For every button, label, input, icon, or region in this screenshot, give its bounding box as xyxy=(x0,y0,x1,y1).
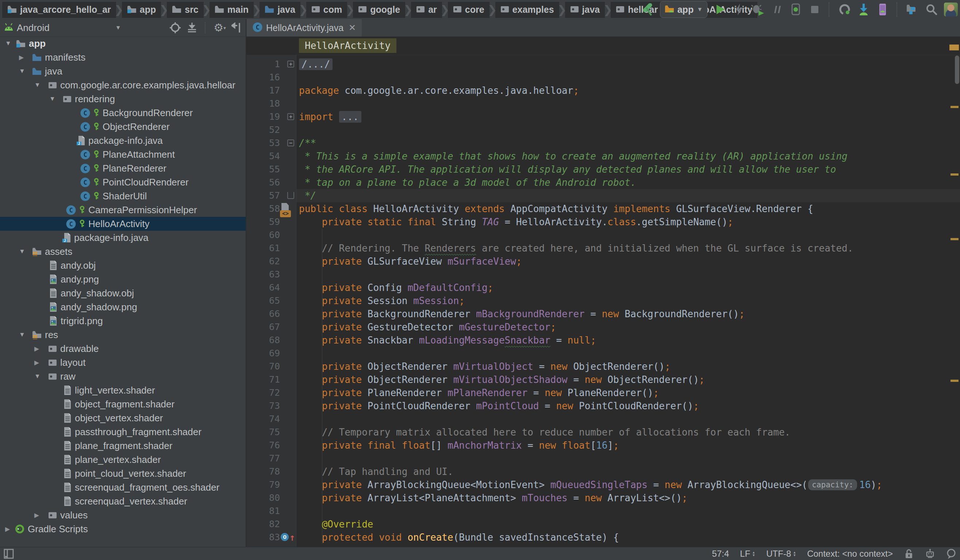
breadcrumb-item-main[interactable]: main xyxy=(210,2,254,18)
code-line-68[interactable]: 68 private Snackbar mLoadingMessageSnack… xyxy=(246,334,960,347)
code-line-77[interactable]: 77 xyxy=(246,452,960,465)
search-everywhere-icon[interactable] xyxy=(925,3,938,16)
code-line-59[interactable]: 59 private static final String TAG = Hel… xyxy=(246,215,960,229)
line-number[interactable]: 57 xyxy=(246,189,280,202)
error-stripe-summary[interactable] xyxy=(949,45,959,50)
code-line-57[interactable]: 57 */ xyxy=(246,189,960,202)
tree-item-andy-obj[interactable]: andy.obj xyxy=(0,258,246,272)
code-line-71[interactable]: 71 private ObjectRenderer mVirtualObject… xyxy=(246,373,960,386)
line-number[interactable]: 72 xyxy=(246,386,280,399)
fold-end-icon[interactable] xyxy=(287,192,294,199)
tree-item-assets[interactable]: ▼assets xyxy=(0,245,246,258)
code-line-63[interactable]: 63 xyxy=(246,268,960,281)
tree-item-res[interactable]: ▼res xyxy=(0,328,246,342)
tree-item-plane-vertex-shader[interactable]: plane_vertex.shader xyxy=(0,453,246,467)
code-line-83[interactable]: 83o↑ protected void onCreate(Bundle save… xyxy=(246,531,960,544)
chevron-collapsed-icon[interactable]: ▶ xyxy=(19,50,24,64)
code-line-73[interactable]: 73 private PointCloudRenderer mPointClou… xyxy=(246,399,960,413)
breadcrumb-item-java[interactable]: java xyxy=(259,2,301,18)
tree-item-point-cloud-vertex-shader[interactable]: point_cloud_vertex.shader xyxy=(0,467,246,480)
make-project-icon[interactable] xyxy=(641,3,654,16)
chevron-collapsed-icon[interactable]: ▶ xyxy=(34,342,39,355)
tree-item-screenquad-fragment-oes-shader[interactable]: screenquad_fragment_oes.shader xyxy=(0,480,246,494)
line-number[interactable]: 78 xyxy=(246,465,280,478)
chevron-expanded-icon[interactable]: ▼ xyxy=(5,37,11,50)
code-line-81[interactable]: 81 xyxy=(246,504,960,518)
line-number[interactable]: 65 xyxy=(246,294,280,307)
line-number[interactable]: 77 xyxy=(246,452,280,465)
line-number[interactable]: 53 xyxy=(246,136,280,150)
tree-item-backgroundrenderer[interactable]: CBackgroundRenderer xyxy=(0,106,246,120)
debug-button[interactable] xyxy=(751,3,764,16)
tree-item-values[interactable]: ▶values xyxy=(0,508,246,522)
code-line-75[interactable]: 75 // Temporary matrix allocated here to… xyxy=(246,426,960,439)
apply-changes-icon[interactable] xyxy=(732,3,746,16)
warning-stripe-mark[interactable] xyxy=(950,238,958,240)
caret-position[interactable]: 57:4 xyxy=(712,549,729,559)
warning-stripe-mark[interactable] xyxy=(950,173,958,176)
profile-button[interactable] xyxy=(770,3,783,16)
warning-stripe-mark[interactable] xyxy=(950,106,958,108)
tree-item-layout[interactable]: ▶layout xyxy=(0,355,246,370)
line-number[interactable]: 69 xyxy=(246,347,280,360)
editor-tab[interactable]: C HelloArActivity.java ✕ xyxy=(247,19,362,37)
related-file-icon[interactable] xyxy=(282,203,289,211)
line-number[interactable]: 83 xyxy=(246,531,280,544)
line-number[interactable]: 61 xyxy=(246,242,280,255)
line-number[interactable]: 70 xyxy=(246,360,280,373)
run-configuration-select[interactable]: app ▼ xyxy=(660,1,707,18)
code-line-52[interactable]: 52 xyxy=(246,123,960,136)
line-number[interactable]: 66 xyxy=(246,307,280,320)
chevron-expanded-icon[interactable]: ▼ xyxy=(34,370,40,383)
code-line-70[interactable]: 70 private ObjectRenderer mVirtualObject… xyxy=(246,360,960,373)
android-profiler-icon[interactable] xyxy=(838,3,851,16)
editor-scrollbar[interactable] xyxy=(955,56,959,84)
user-avatar[interactable] xyxy=(944,3,958,16)
locate-file-icon[interactable] xyxy=(170,22,181,33)
fold-expand-icon[interactable]: + xyxy=(287,61,294,67)
tree-item-app[interactable]: ▼app xyxy=(0,37,246,50)
breadcrumb-item-src[interactable]: src xyxy=(167,2,204,18)
attach-debugger-icon[interactable] xyxy=(789,3,802,16)
tool-window-toggle-icon[interactable] xyxy=(4,549,14,559)
code-line-64[interactable]: 64 private Config mDefaultConfig; xyxy=(246,281,960,294)
line-number[interactable]: 75 xyxy=(246,426,280,439)
code-line-80[interactable]: 80 private ArrayList<PlaneAttachment> mT… xyxy=(246,491,960,504)
line-number[interactable]: 58 xyxy=(246,202,280,215)
tree-item-andy-shadow-obj[interactable]: andy_shadow.obj xyxy=(0,286,246,300)
code-line-66[interactable]: 66 private BackgroundRenderer mBackgroun… xyxy=(246,307,960,320)
line-number[interactable]: 64 xyxy=(246,281,280,294)
tree-item-light-vertex-shader[interactable]: light_vertex.shader xyxy=(0,383,246,397)
line-number[interactable]: 71 xyxy=(246,373,280,386)
tree-item-andy-shadow-png[interactable]: andy_shadow.png xyxy=(0,300,246,314)
fold-expand-icon[interactable]: + xyxy=(287,113,294,120)
tree-item-trigrid-png[interactable]: trigrid.png xyxy=(0,314,246,328)
line-number[interactable]: 74 xyxy=(246,413,280,426)
line-number[interactable]: 56 xyxy=(246,176,280,189)
collapse-all-icon[interactable] xyxy=(187,22,197,33)
line-number[interactable]: 80 xyxy=(246,491,280,504)
line-number[interactable]: 16 xyxy=(246,71,280,84)
code-line-53[interactable]: 53−/** xyxy=(246,136,960,150)
tree-item-drawable[interactable]: ▶drawable xyxy=(0,342,246,355)
breadcrumb-class-chip[interactable]: HelloArActivity xyxy=(299,38,397,53)
tree-item-screenquad-vertex-shader[interactable]: screenquad_vertex.shader xyxy=(0,494,246,508)
code-line-17[interactable]: 17package com.google.ar.core.examples.ja… xyxy=(246,84,960,97)
code-line-56[interactable]: 56 * tap on a plane to place a 3d model … xyxy=(246,176,960,189)
tree-item-object-vertex-shader[interactable]: object_vertex.shader xyxy=(0,411,246,425)
chevron-expanded-icon[interactable]: ▼ xyxy=(19,328,25,342)
chevron-collapsed-icon[interactable]: ▶ xyxy=(34,508,39,522)
line-number[interactable]: 17 xyxy=(246,84,280,97)
tree-item-package-info-java[interactable]: Jpackage-info.java xyxy=(0,134,246,147)
event-log-icon[interactable] xyxy=(946,549,956,559)
breadcrumb-item-app[interactable]: app xyxy=(122,2,161,18)
code-line-65[interactable]: 65 private Session mSession; xyxy=(246,294,960,307)
breadcrumb-item-java[interactable]: java xyxy=(565,2,605,18)
settings-gear-icon[interactable]: ⚙▾ xyxy=(214,22,225,33)
code-line-58[interactable]: 58<>public class HelloArActivity extends… xyxy=(246,202,960,215)
code-line-62[interactable]: 62 private GLSurfaceView mSurfaceView; xyxy=(246,255,960,268)
breadcrumb-item-core[interactable]: core xyxy=(448,2,490,18)
run-button[interactable] xyxy=(713,3,726,16)
tree-item-object-fragment-shader[interactable]: object_fragment.shader xyxy=(0,397,246,411)
line-number[interactable]: 81 xyxy=(246,504,280,518)
